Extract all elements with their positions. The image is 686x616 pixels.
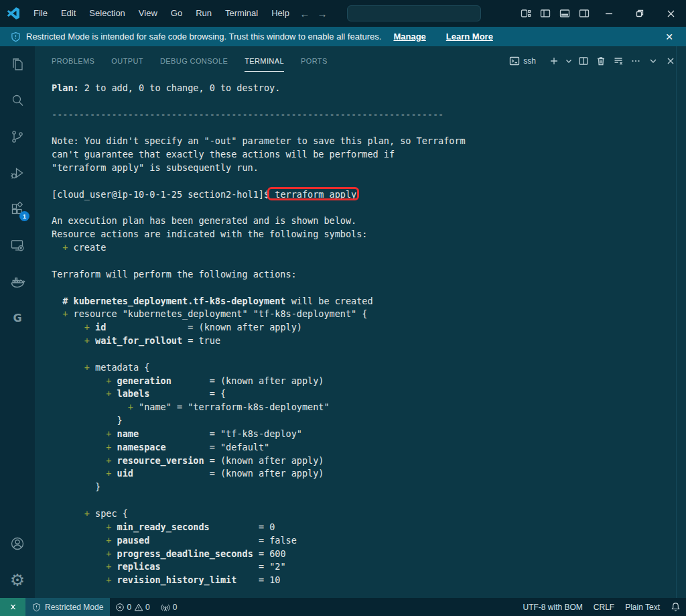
search-icon[interactable] — [0, 82, 35, 119]
files-icon[interactable] — [0, 46, 35, 82]
warning-icon — [134, 603, 143, 612]
terminal-panel: PROBLEMS OUTPUT DEBUG CONSOLE TERMINAL P… — [35, 46, 686, 598]
terminal-line: + replicas = "2" — [52, 560, 686, 574]
back-arrow-icon[interactable]: ← — [296, 8, 314, 19]
run-debug-icon[interactable] — [0, 155, 35, 191]
extensions-badge: 1 — [19, 211, 29, 221]
menu-help[interactable]: Help — [265, 0, 296, 27]
menu-selection[interactable]: Selection — [82, 0, 131, 27]
eol-status[interactable]: CRLF — [588, 598, 620, 616]
menu-terminal[interactable]: Terminal — [218, 0, 265, 27]
warnings-count: 0 — [145, 603, 150, 612]
ports-count: 0 — [173, 603, 178, 612]
tab-ports[interactable]: PORTS — [301, 51, 328, 72]
vscode-logo-icon — [0, 7, 27, 19]
settings-gear-icon[interactable]: ⚙ — [0, 562, 35, 598]
close-panel-button[interactable] — [662, 52, 679, 70]
terminal-line: Plan: 2 to add, 0 to change, 0 to destro… — [52, 82, 686, 95]
terminal-line: An execution plan has been generated and… — [52, 214, 686, 228]
terminal-icon — [509, 56, 520, 66]
close-window-button[interactable] — [655, 0, 686, 27]
status-bar: Restricted Mode 0 0 0 UTF-8 with BOM CRL… — [0, 598, 686, 616]
restricted-mode-label: Restricted Mode — [45, 603, 103, 612]
terminal-line: [cloud_user@ip-10-0-1-25 section2-hol1]$… — [52, 188, 686, 202]
terminal-line: + resource "kubernetes_deployment" "tf-k… — [52, 308, 686, 321]
tab-problems[interactable]: PROBLEMS — [52, 51, 94, 72]
title-bar: File Edit Selection View Go Run Terminal… — [0, 0, 686, 27]
terminal-name-label: ssh — [523, 56, 536, 66]
forward-arrow-icon[interactable]: → — [314, 8, 331, 19]
remote-explorer-icon[interactable] — [0, 227, 35, 263]
customize-layout-icon[interactable] — [516, 0, 535, 27]
learn-more-link[interactable]: Learn More — [446, 32, 493, 42]
error-icon — [115, 603, 125, 612]
terminal-line: + metadata { — [52, 361, 686, 375]
clear-terminal-button[interactable] — [610, 52, 627, 70]
terminal-line — [52, 95, 686, 109]
banner-close-icon[interactable]: ✕ — [662, 32, 677, 42]
terminal-line — [52, 255, 686, 268]
g-extension-icon[interactable]: G — [0, 300, 35, 336]
terminal-line: } — [52, 414, 686, 428]
restore-button[interactable] — [624, 0, 655, 27]
terminal-line — [52, 494, 686, 507]
menu-file[interactable]: File — [27, 0, 54, 27]
active-terminal-item[interactable]: ssh — [509, 56, 536, 66]
activity-bar: 1 G ⚙ — [0, 46, 35, 598]
kill-terminal-button[interactable] — [592, 52, 610, 70]
manage-link[interactable]: Manage — [393, 32, 425, 42]
tab-debug-console[interactable]: DEBUG CONSOLE — [160, 51, 228, 72]
toggle-panel-icon[interactable] — [555, 0, 574, 27]
trust-shield-icon — [11, 32, 21, 42]
notifications-bell-icon[interactable] — [665, 598, 686, 616]
shield-icon — [32, 603, 41, 612]
terminal-line: Resource actions are indicated with the … — [52, 228, 686, 241]
split-terminal-button[interactable] — [575, 52, 592, 70]
restricted-mode-banner: Restricted Mode is intended for safe cod… — [0, 27, 686, 46]
terminal-line — [52, 175, 686, 188]
accounts-icon[interactable] — [0, 526, 35, 562]
panel-header: PROBLEMS OUTPUT DEBUG CONSOLE TERMINAL P… — [35, 46, 686, 76]
terminal-line: + spec { — [52, 507, 686, 521]
ports-status[interactable]: 0 — [155, 598, 183, 616]
docker-icon[interactable] — [0, 263, 35, 300]
radio-tower-icon — [161, 603, 170, 612]
terminal-line: + revision_history_limit = 10 — [52, 574, 686, 587]
terminal-line: + wait_for_rollout = true — [52, 334, 686, 348]
terminal-line: + resource_version = (known after apply) — [52, 454, 686, 468]
terminal-line: # kubernetes_deployment.tf-k8s-deploymen… — [52, 295, 686, 308]
extensions-icon[interactable]: 1 — [0, 191, 35, 227]
menu-go[interactable]: Go — [164, 0, 189, 27]
command-center-search[interactable] — [347, 5, 481, 21]
menu-view[interactable]: View — [132, 0, 164, 27]
minimize-button[interactable] — [594, 0, 624, 27]
terminal-line: + "name" = "terraform-k8s-deployment" — [52, 401, 686, 414]
new-terminal-button[interactable] — [545, 52, 563, 70]
terminal-line: ----------------------------------------… — [52, 109, 686, 122]
terminal-line: + id = (known after apply) — [52, 321, 686, 334]
source-control-icon[interactable] — [0, 119, 35, 155]
encoding-status[interactable]: UTF-8 with BOM — [518, 598, 588, 616]
hide-panel-chevron-icon[interactable] — [644, 52, 662, 70]
restricted-mode-status[interactable]: Restricted Mode — [25, 598, 110, 616]
errors-count: 0 — [127, 603, 131, 612]
svg-text:G: G — [13, 312, 21, 324]
menu-edit[interactable]: Edit — [54, 0, 82, 27]
toggle-secondary-sidebar-icon[interactable] — [574, 0, 594, 27]
terraform-apply-annotation: terraform apply — [275, 189, 356, 200]
problems-status[interactable]: 0 0 — [110, 598, 155, 616]
terminal-line: + paused = false — [52, 534, 686, 548]
terminal-line — [52, 122, 686, 135]
terminal-line: + uid = (known after apply) — [52, 467, 686, 481]
remote-indicator[interactable] — [0, 598, 25, 616]
tab-output[interactable]: OUTPUT — [111, 51, 143, 72]
tab-terminal[interactable]: TERMINAL — [245, 51, 284, 72]
terminal-profile-chevron-icon[interactable] — [563, 52, 575, 70]
toggle-primary-sidebar-icon[interactable] — [535, 0, 555, 27]
terminal-line — [52, 202, 686, 215]
menu-run[interactable]: Run — [189, 0, 218, 27]
language-mode-status[interactable]: Plain Text — [620, 598, 665, 616]
terminal-line: + progress_deadline_seconds = 600 — [52, 548, 686, 561]
terminal-output: Plan: 2 to add, 0 to change, 0 to destro… — [35, 76, 686, 598]
more-actions-button[interactable] — [627, 52, 644, 70]
